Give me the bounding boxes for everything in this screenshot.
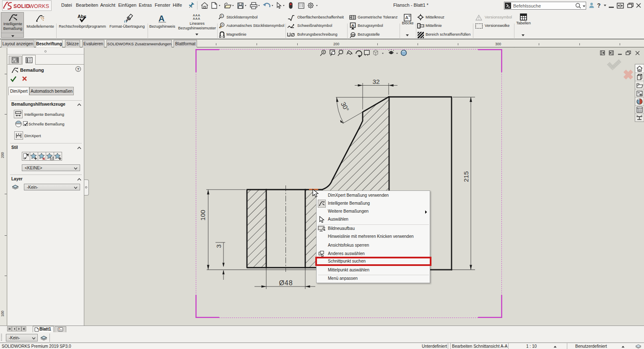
- svg-text:3: 3: [215, 245, 222, 248]
- svg-text:A: A: [405, 15, 409, 20]
- svg-text:32: 32: [372, 78, 379, 85]
- svg-text:1: 1: [221, 15, 223, 18]
- svg-text:215: 215: [462, 171, 470, 182]
- svg-text:A: A: [351, 23, 354, 28]
- svg-text:30°: 30°: [340, 101, 351, 113]
- svg-text:WORKS: WORKS: [29, 3, 49, 9]
- svg-text:100: 100: [199, 210, 206, 221]
- svg-text:Ø48: Ø48: [279, 279, 293, 286]
- svg-text:AAA: AAA: [193, 17, 200, 20]
- svg-text:?: ?: [597, 2, 601, 9]
- svg-text:SOLID: SOLID: [13, 3, 30, 9]
- svg-text:A: A: [158, 14, 164, 23]
- svg-text:2: 2: [221, 23, 223, 26]
- svg-text:AT: AT: [352, 34, 355, 37]
